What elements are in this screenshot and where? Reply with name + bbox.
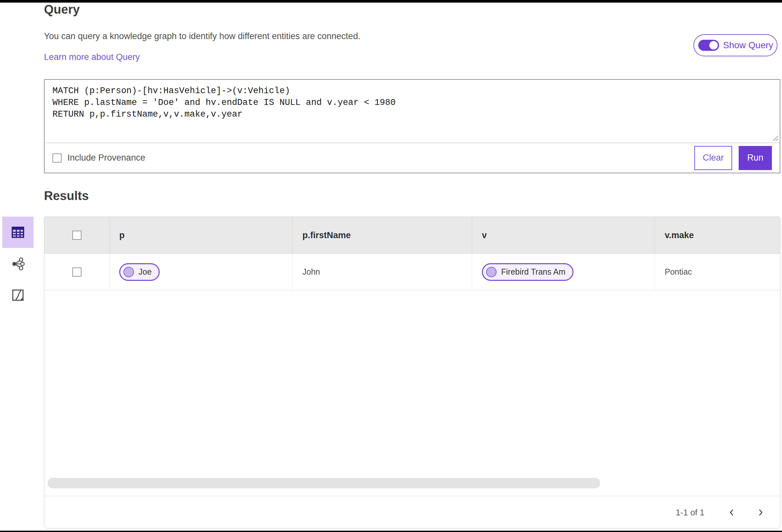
learn-more-link[interactable]: Learn more about Query [44,52,140,62]
query-toolbar: Include Provenance Clear Run [45,143,780,173]
previous-page-button[interactable] [725,505,739,520]
table-header-row: p p.firstName v v.make [44,217,780,254]
cell-v: Firebird Trans Am [472,254,655,290]
column-header-v[interactable]: v [472,217,655,253]
chevron-right-icon [756,508,765,517]
page-description: You can query a knowledge graph to ident… [44,31,360,41]
show-query-label: Show Query [723,40,773,50]
map-icon [11,288,25,302]
header-select-cell [44,217,109,253]
column-header-v-make[interactable]: v.make [655,217,780,253]
map-view-button[interactable] [2,280,34,311]
toggle-knob [709,41,718,49]
column-header-p[interactable]: p [109,217,293,253]
vehicle-chip-label: Firebird Trans Am [501,267,565,277]
cell-v-make: Pontiac [655,254,780,290]
query-textarea[interactable]: MATCH (p:Person)-[hv:HasVehicle]->(v:Veh… [45,80,780,143]
bottom-border [0,531,782,532]
person-chip-label: Joe [139,267,151,277]
cell-p: Joe [109,254,293,290]
row-select-cell [44,254,109,290]
toggle-switch-icon[interactable] [698,40,719,51]
cell-p-firstname: John [293,254,472,290]
query-editor-panel: MATCH (p:Person)-[hv:HasVehicle]->(v:Veh… [44,79,780,173]
entity-avatar-icon [123,267,134,277]
link-analysis-view-button[interactable] [2,248,34,280]
show-query-toggle[interactable]: Show Query [694,34,777,56]
pagination-range-label: 1-1 of 1 [676,507,705,518]
vehicle-entity-chip[interactable]: Firebird Trans Am [482,263,573,281]
results-panel: p p.firstName v v.make Joe John [44,217,780,528]
include-provenance-checkbox[interactable] [52,153,62,163]
person-entity-chip[interactable]: Joe [119,263,159,281]
top-border [0,0,782,3]
include-provenance-label: Include Provenance [67,153,145,163]
link-analysis-icon [11,257,25,271]
results-title: Results [44,189,88,203]
clear-button[interactable]: Clear [695,146,732,170]
next-page-button[interactable] [753,505,768,520]
entity-avatar-icon [486,267,497,277]
page-title: Query [44,3,80,16]
column-header-p-firstname[interactable]: p.firstName [293,217,472,253]
chevron-left-icon [727,508,736,517]
table-view-button[interactable] [2,217,34,248]
run-button[interactable]: Run [739,146,772,170]
table-footer: 1-1 of 1 [44,496,780,528]
horizontal-scrollbar-thumb[interactable] [47,478,600,488]
table-icon [10,225,26,240]
select-all-checkbox[interactable] [72,230,81,240]
results-grid: p p.firstName v v.make Joe John [44,217,780,496]
row-select-checkbox[interactable] [72,268,81,277]
query-page: Query You can query a knowledge graph to… [0,0,782,532]
table-row[interactable]: Joe John Firebird Trans Am Pontiac [44,254,780,290]
